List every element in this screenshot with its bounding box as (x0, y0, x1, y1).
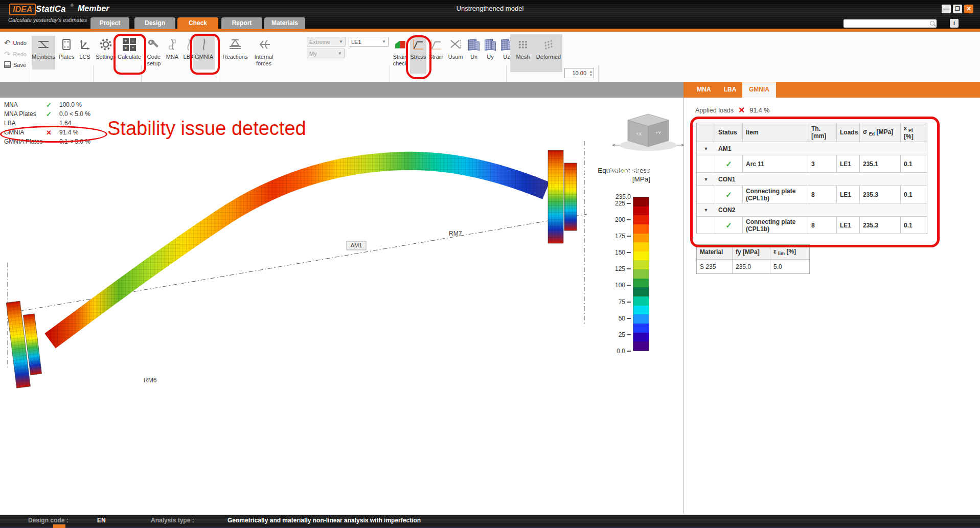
design-code-value: EN (97, 517, 106, 524)
maximize-button[interactable]: ❐ (953, 5, 962, 13)
stress-icon (412, 37, 424, 52)
search-input[interactable] (844, 19, 937, 28)
member-label-rm7[interactable]: RM7 (449, 230, 462, 237)
member-label-am1[interactable]: AM1 (347, 241, 366, 250)
tab-materials[interactable]: Materials (264, 17, 305, 29)
registered-mark: ® (71, 3, 74, 8)
table-cell: 5.0 (770, 259, 809, 273)
tab-design[interactable]: Design (134, 17, 175, 29)
usum-button[interactable]: Usum (446, 36, 465, 74)
fail-icon: ✕ (738, 105, 745, 115)
statica-logo: StatiCa (36, 4, 66, 14)
ribbon: ↶Undo ↷Redo Save Data Members Plates LCS… (0, 32, 980, 82)
right-end-plate (548, 150, 577, 243)
stepper-down-icon[interactable]: ▼ (589, 74, 592, 77)
wrench-icon (148, 37, 160, 52)
strain-check-button[interactable]: Strain check (391, 36, 410, 74)
deformed-toggle-button[interactable]: Deformed (535, 36, 562, 72)
uy-icon (485, 37, 496, 52)
summary-row: MNA✓100.0 % (4, 100, 137, 109)
load-case-dropdown[interactable]: LE1▼ (349, 37, 389, 47)
usum-icon (449, 37, 462, 52)
beam-mesh-overlay (50, 161, 546, 341)
mesh-icon (518, 37, 528, 52)
members-button[interactable]: Members (32, 36, 55, 70)
colorbar-tick: 50 (595, 315, 631, 322)
tab-gmnia[interactable]: GMNIA (742, 82, 776, 98)
tab-check[interactable]: Check (177, 17, 218, 29)
idea-statica-member-window: IDEA StatiCa ® Member Calculate yesterda… (0, 0, 980, 528)
uy-button[interactable]: Uy (483, 36, 498, 74)
chevron-down-icon: ▼ (339, 39, 343, 44)
component-dropdown[interactable]: My▼ (307, 49, 345, 58)
material-table: Materialfy [MPa]ε lim [%]S 235235.05.0 (696, 244, 810, 274)
mna-button[interactable]: MNA (165, 36, 180, 70)
extreme-dropdown[interactable]: Extreme▼ (307, 37, 346, 47)
strain-button[interactable]: Strain (427, 36, 445, 74)
applied-loads-row: Applied loads ✕ 91.4 % (695, 105, 769, 115)
app-title: Member (78, 4, 109, 13)
save-button[interactable]: Save (4, 61, 26, 68)
save-icon (4, 61, 11, 68)
colorbar-tick: 150 (595, 249, 631, 256)
plates-button[interactable]: Plates (57, 36, 76, 70)
tab-lba[interactable]: LBA (718, 82, 742, 98)
reactions-icon (227, 37, 243, 52)
annotation-ring-results-table (690, 117, 940, 247)
analysis-type-value: Geometrically and materially non-linear … (227, 517, 421, 524)
tab-project[interactable]: Project (90, 17, 129, 29)
stress-button[interactable]: Stress (410, 36, 426, 74)
undo-icon: ↶ (4, 39, 11, 47)
table-cell: 235.0 (733, 259, 770, 273)
deformed-icon (544, 37, 554, 52)
view-mode-transparent[interactable]: Transparent (606, 167, 641, 174)
table-cell: S 235 (697, 259, 733, 273)
view-mode-solid[interactable]: Solid (583, 167, 597, 174)
colorbar-tick: 175 (595, 233, 631, 240)
lcs-icon (78, 37, 92, 52)
colorbar-tick: 100 (595, 282, 631, 289)
settings-button[interactable]: Settings (95, 36, 117, 70)
stability-annotation: Stability issue detected (107, 118, 306, 140)
view-mode-wireframe[interactable]: Wireframe (645, 167, 675, 174)
table-row: S 235235.05.0 (697, 259, 809, 273)
stress-colorbar (633, 197, 649, 351)
info-button[interactable]: i (950, 19, 959, 28)
stepper-up-icon[interactable]: ▲ (589, 70, 592, 73)
search-icon (930, 21, 935, 26)
cube-y-face-label: +Y (655, 130, 661, 135)
minimize-button[interactable]: — (942, 5, 951, 13)
deformed-scale-stepper[interactable]: 10.00 ▲ ▼ (564, 68, 594, 78)
redo-button[interactable]: ↷Redo (4, 50, 27, 58)
cube-x-face-label: +X (636, 131, 642, 136)
lba-icon (185, 37, 192, 52)
code-setup-button[interactable]: Code setup (143, 36, 165, 70)
strain-check-icon (395, 37, 405, 52)
redo-icon: ↷ (4, 50, 11, 58)
pass-icon: ✓ (46, 101, 59, 109)
orientation-cube[interactable]: +X +Y (612, 114, 683, 151)
taskbar-accent (53, 524, 65, 528)
colorbar-tick: 125 (595, 265, 631, 272)
tab-report[interactable]: Report (221, 17, 262, 29)
gmnia-button[interactable]: GMNIA (193, 36, 215, 70)
mesh-toggle-button[interactable]: Mesh (512, 36, 534, 72)
internal-forces-button[interactable]: Internal forces (249, 36, 278, 70)
gmnia-icon (200, 37, 208, 52)
undo-button[interactable]: ↶Undo (4, 39, 27, 47)
reactions-button[interactable]: Reactions (222, 36, 248, 70)
lcs-button[interactable]: LCS (76, 36, 94, 70)
colorbar-ticks: 235.02252001751501251007550250.0 (586, 197, 631, 351)
left-end-plate (6, 300, 43, 388)
close-button[interactable]: ✕ (964, 5, 973, 13)
tab-mna[interactable]: MNA (690, 82, 718, 98)
status-bar: Design code : EN Analysis type : Geometr… (0, 515, 980, 526)
member-label-rm6[interactable]: RM6 (144, 377, 157, 384)
ux-icon (468, 37, 480, 52)
internal-forces-icon (256, 37, 271, 52)
model-viewport[interactable]: +X +Y AM1 RM7 RM6 (0, 98, 683, 514)
ux-button[interactable]: Ux (466, 36, 482, 74)
colorbar-tick: 200 (595, 216, 631, 223)
analysis-type-label: Analysis type : (151, 517, 194, 524)
calculate-button[interactable]: +−×÷ Calculate (118, 36, 141, 70)
